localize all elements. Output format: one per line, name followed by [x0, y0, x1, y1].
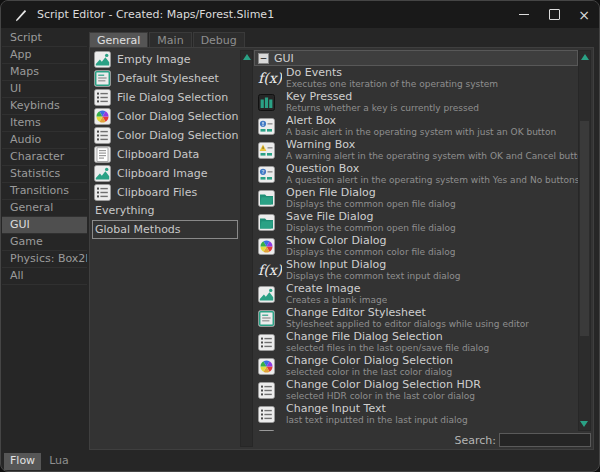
- list-icon: [258, 381, 282, 399]
- minimize-icon: [519, 14, 529, 15]
- method-item-show-color-dialog[interactable]: Show Color Dialog Displays the common co…: [254, 234, 578, 258]
- svg-text:f(x): f(x): [258, 262, 282, 278]
- tab-debug[interactable]: Debug: [193, 32, 245, 47]
- sidebar-item-gui[interactable]: GUI: [2, 217, 87, 234]
- pen-icon: [13, 7, 29, 23]
- sidebar-item-app[interactable]: App: [2, 47, 87, 64]
- sidebar-item-all[interactable]: All: [2, 268, 87, 285]
- sidebar-item-ui[interactable]: UI: [2, 81, 87, 98]
- color-wheel-icon: [94, 108, 111, 125]
- sidebar-item-maps[interactable]: Maps: [2, 64, 87, 81]
- tab-content: Empty Image Default Stylesheet File Dial…: [89, 47, 594, 450]
- tab-general[interactable]: General: [89, 32, 148, 47]
- search-row: Search:: [254, 432, 591, 448]
- search-input[interactable]: [499, 433, 591, 447]
- image-icon: [94, 51, 111, 68]
- scroll-down-icon[interactable]: [580, 421, 588, 427]
- list-item-clipboard-files[interactable]: Clipboard Files: [92, 183, 239, 202]
- collapse-icon[interactable]: −: [258, 53, 269, 64]
- list-item-color-dialog-selection[interactable]: Color Dialog Selection: [92, 107, 239, 126]
- minimize-button[interactable]: [509, 1, 539, 28]
- fx-icon: f(x): [258, 261, 282, 279]
- list-icon: [94, 127, 111, 144]
- clipboard-icon: [94, 146, 111, 163]
- method-item-create-image[interactable]: Create Image Creates a blank image: [254, 282, 578, 306]
- maximize-icon: [549, 9, 560, 20]
- list-item-clipboard-data[interactable]: Clipboard Data: [92, 145, 239, 164]
- search-label: Search:: [455, 434, 497, 447]
- folder-icon: [258, 189, 282, 207]
- stylesheet-icon: [94, 70, 111, 87]
- list-icon: [94, 89, 111, 106]
- fx-icon: f(x): [258, 69, 282, 87]
- scroll-up-icon[interactable]: [243, 54, 251, 60]
- group-header-label: GUI: [274, 52, 294, 65]
- method-list: f(x) Do Events Executes one iteration of…: [254, 66, 578, 431]
- method-item-open-file-dialog[interactable]: Open File Dialog Displays the common ope…: [254, 186, 578, 210]
- folder-icon: [258, 213, 282, 231]
- method-item-clipped[interactable]: [254, 426, 578, 431]
- tab-main[interactable]: Main: [149, 32, 191, 47]
- bottom-tab-flow[interactable]: Flow: [4, 453, 41, 470]
- script-editor-window: Script Editor - Created: Maps/Forest.Sli…: [0, 0, 600, 472]
- bottom-tab-bar: FlowLua: [4, 453, 77, 470]
- maximize-button[interactable]: [539, 1, 569, 28]
- list-icon: [258, 429, 282, 431]
- alert-icon: [258, 117, 282, 135]
- close-button[interactable]: ×: [569, 1, 599, 28]
- subcategory-scrollbar[interactable]: [240, 50, 253, 447]
- method-scrollbar[interactable]: [578, 50, 591, 431]
- color-wheel-icon: [258, 357, 282, 375]
- method-item-question-box[interactable]: ? Question Box A question alert in the o…: [254, 162, 578, 186]
- method-item-alert-box[interactable]: Alert Box A basic alert in the operating…: [254, 114, 578, 138]
- sidebar-item-statistics[interactable]: Statistics: [2, 166, 87, 183]
- color-wheel-icon: [258, 237, 282, 255]
- bottom-tab-lua[interactable]: Lua: [43, 453, 75, 470]
- method-item-do-events[interactable]: f(x) Do Events Executes one iteration of…: [254, 66, 578, 90]
- method-item-change-file-dialog-selection[interactable]: Change File Dialog Selection selected fi…: [254, 330, 578, 354]
- list-item-empty-image[interactable]: Empty Image: [92, 50, 239, 69]
- list-icon: [258, 333, 282, 351]
- method-item-show-input-dialog[interactable]: f(x) Show Input Dialog Displays the comm…: [254, 258, 578, 282]
- window-title: Script Editor - Created: Maps/Forest.Sli…: [37, 8, 509, 21]
- subcategory-list: Empty Image Default Stylesheet File Dial…: [92, 50, 239, 447]
- sidebar-item-game[interactable]: Game: [2, 234, 87, 251]
- method-item-change-editor-stylesheet[interactable]: Change Editor Stylesheet Stylesheet appl…: [254, 306, 578, 330]
- sidebar-item-script[interactable]: Script: [2, 30, 87, 47]
- methods-panel: − GUI f(x) Do Events Executes one iterat…: [254, 50, 578, 431]
- list-item-global-methods[interactable]: Global Methods: [92, 220, 238, 239]
- list-item-clipboard-image[interactable]: Clipboard Image: [92, 164, 239, 183]
- stylesheet-icon: [258, 309, 282, 327]
- sidebar-item-keybinds[interactable]: Keybinds: [2, 98, 87, 115]
- sidebar-item-character[interactable]: Character: [2, 149, 87, 166]
- scrollbar-thumb[interactable]: [580, 121, 589, 336]
- list-item-default-stylesheet[interactable]: Default Stylesheet: [92, 69, 239, 88]
- close-icon: ×: [578, 8, 590, 22]
- titlebar: Script Editor - Created: Maps/Forest.Sli…: [1, 1, 599, 28]
- svg-text:f(x): f(x): [258, 70, 282, 86]
- sidebar-item-audio[interactable]: Audio: [2, 132, 87, 149]
- sidebar-item-items[interactable]: Items: [2, 115, 87, 132]
- list-item-everything[interactable]: Everything: [92, 202, 239, 219]
- tab-bar: GeneralMainDebug: [89, 32, 246, 47]
- group-header-gui[interactable]: − GUI: [254, 50, 578, 66]
- list-item-file-dialog-selection[interactable]: File Dialog Selection: [92, 88, 239, 107]
- list-item-color-dialog-selection-hdr[interactable]: Color Dialog Selection HDR: [92, 126, 239, 145]
- scroll-up-icon[interactable]: [581, 54, 589, 60]
- method-item-change-color-dialog-selection[interactable]: Change Color Dialog Selection selected c…: [254, 354, 578, 378]
- svg-text:?: ?: [262, 168, 265, 174]
- list-icon: [94, 184, 111, 201]
- sidebar-item-physics-box2d[interactable]: Physics: Box2D: [2, 251, 87, 268]
- sidebar-item-general[interactable]: General: [2, 200, 87, 217]
- method-item-key-pressed[interactable]: Key Pressed Returns whether a key is cur…: [254, 90, 578, 114]
- image-icon: [94, 165, 111, 182]
- method-item-change-input-text[interactable]: Change Input Text last text inputted in …: [254, 402, 578, 426]
- sidebar-item-transitions[interactable]: Transitions: [2, 183, 87, 200]
- keyboard-icon: [258, 93, 282, 111]
- method-item-warning-box[interactable]: Warning Box A warning alert in the opera…: [254, 138, 578, 162]
- question-icon: ?: [258, 165, 282, 183]
- method-item-change-color-dialog-selection-hdr[interactable]: Change Color Dialog Selection HDR select…: [254, 378, 578, 402]
- warning-icon: [258, 141, 282, 159]
- list-icon: [258, 405, 282, 423]
- method-item-save-file-dialog[interactable]: Save File Dialog Displays the common ope…: [254, 210, 578, 234]
